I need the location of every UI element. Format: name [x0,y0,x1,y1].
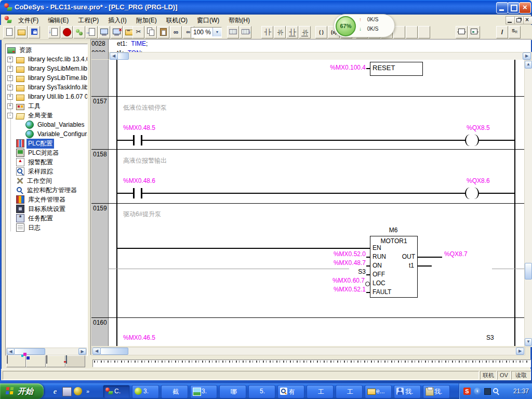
negated-contact-button[interactable] [274,26,286,38]
mdi-minimize-button[interactable] [506,16,515,24]
scroll-left-icon[interactable]: ◀ [7,348,15,355]
network-before-button[interactable] [227,26,239,38]
tree-item[interactable]: 采样跟踪 [6,167,87,176]
scroll-right-icon[interactable]: ▶ [523,52,531,60]
menu-item[interactable]: 文件(F) [14,15,43,25]
task-ball-3[interactable]: 3. [132,385,159,398]
task-ie-na[interactable]: 哪 [219,385,246,398]
zoom-combobox[interactable]: 100 % ▼ [191,27,222,38]
menu-item[interactable]: 工程(P) [73,15,103,25]
run-button[interactable] [73,26,85,38]
tree-item[interactable]: + library SysLibTime.lib 1 [6,73,87,83]
hidden-button-4[interactable] [393,26,405,38]
task-search-you[interactable]: 有 [277,385,304,398]
tree-item[interactable]: 工作空间 [6,176,87,185]
ladder-hscrollbar[interactable]: ◀ ▶ [91,347,525,355]
network-comment[interactable]: 低液位连锁停泵 [123,103,167,112]
decl-hscroll-thumb[interactable] [117,52,129,60]
menu-item[interactable]: 编辑(E) [43,15,73,25]
ladder-vscrollbar[interactable]: ▲ ▼ [524,60,532,347]
fb-input-operand[interactable]: S3 [320,268,366,275]
mdi-restore-button[interactable] [514,16,524,24]
fb-input-operand[interactable]: %MX0.60.7 [319,277,365,284]
fb-box[interactable]: MOTOR1 EN RUN ON OFF LOC FAULT OUT t1 [370,236,418,298]
network-comment[interactable]: 高液位报警输出 [123,156,167,165]
menu-item[interactable]: 帮助(H) [224,15,255,25]
visualizations-tab[interactable] [46,355,65,367]
menu-item[interactable]: 附加(E) [131,15,162,25]
net-speed-overlay[interactable]: 67% ↑ 0K/S ↓ 0K/S [334,14,395,37]
fb-input-operand[interactable]: %MX0.52.1 [320,286,366,293]
login-button[interactable] [98,26,110,38]
task-printer-wo[interactable]: 我. [423,385,450,398]
download-button[interactable] [48,26,60,38]
tree-expand-box[interactable]: + [7,85,13,90]
task-person-wo[interactable]: 我. [394,385,421,398]
tree-expand-box[interactable]: + [7,75,13,81]
task-codesys[interactable]: C. [103,385,130,398]
tree-item[interactable]: 日志 [6,223,87,232]
datatypes-tab[interactable] [26,355,46,367]
declaration-text[interactable]: et1: TIME; [117,40,148,47]
coil-right-arc[interactable] [473,188,479,199]
minimize-button[interactable] [496,2,508,14]
tree-item[interactable]: + library SysTaskInfo.lib [6,83,87,92]
task-picture-3[interactable]: 3. [190,385,217,398]
tree-item[interactable]: 任务配置 [6,214,87,223]
vscroll-thumb[interactable] [525,263,532,280]
logout-button[interactable] [111,26,123,38]
menu-item[interactable]: 插入(I) [103,15,131,25]
hscroll-thumb[interactable] [100,348,128,355]
copy-button[interactable] [145,26,157,38]
message-pane[interactable] [92,360,531,367]
quicklaunch-chevron[interactable]: » [86,388,89,394]
task-folder-e[interactable]: e... [365,385,392,398]
tree-item[interactable]: PLC配置 [6,139,87,148]
decl-hscrollbar[interactable]: ◀ ▶ [109,52,532,60]
menu-item[interactable]: 窗口(W) [192,15,224,25]
contact-operand[interactable]: %MX0.48.6 [123,177,155,184]
tree-item[interactable]: + library Util.lib 1.6.07 09 [6,92,87,101]
tree-item[interactable]: + 工具 [6,101,87,111]
function-block-button[interactable] [456,26,468,38]
task-ie-jie[interactable]: 截 [161,385,188,398]
tree-item[interactable]: Global_Variables [6,120,87,129]
step-in-button[interactable] [86,26,98,38]
tree-item[interactable]: Variable_Configura [6,129,87,139]
tree-item[interactable]: + library lecsfc.lib 13.4.0 [6,55,87,64]
mdi-close-button[interactable] [523,16,532,24]
tree-expand-box[interactable]: + [7,103,13,109]
scroll-down-icon[interactable]: ▼ [525,338,532,346]
tree-hscrollbar[interactable]: ◀ ▶ [6,348,87,355]
close-button[interactable] [519,2,531,14]
task-ie-gong-1[interactable]: 工 [307,385,334,398]
hidden-button-5[interactable] [406,26,418,38]
quicklaunch-ball-icon[interactable] [74,387,82,395]
coil-button[interactable] [315,26,327,38]
quicklaunch-desktop-icon[interactable] [62,387,72,396]
scroll-left-icon[interactable]: ◀ [92,348,101,355]
declaration-row[interactable]: et1: TIME; [109,39,531,49]
coil-operand[interactable]: %QX8.6 [467,177,490,184]
pou-tab[interactable] [6,355,26,367]
save-button[interactable] [28,26,40,38]
fb-output-operand[interactable]: %QX8.7 [444,250,468,258]
tree-item[interactable]: 目标系统设置 [6,204,87,214]
clock[interactable]: 21:37 [513,388,529,395]
negation-circle[interactable] [365,282,370,286]
new-file-button[interactable] [3,26,15,38]
open-file-button[interactable] [16,26,28,38]
task-ie-gong-2[interactable]: 工 [336,385,363,398]
tree-item[interactable]: 资源 [6,45,87,55]
parallel-contact-button[interactable] [286,26,298,38]
sr-flipflop-button[interactable] [509,26,521,38]
parallel-negated-contact-button[interactable] [299,26,311,38]
contact-operand[interactable]: %MX0.46.5 [123,334,155,341]
tray-arrow-circle-icon[interactable]: ‹ [474,388,481,395]
scroll-up-icon[interactable]: ▲ [525,61,532,69]
stop-button[interactable] [61,26,73,38]
resources-tab[interactable] [65,355,85,367]
quicklaunch-ie-icon[interactable]: e [51,387,59,395]
tree-hscroll-thumb[interactable] [14,348,45,355]
tray-app-icon[interactable] [484,388,491,395]
